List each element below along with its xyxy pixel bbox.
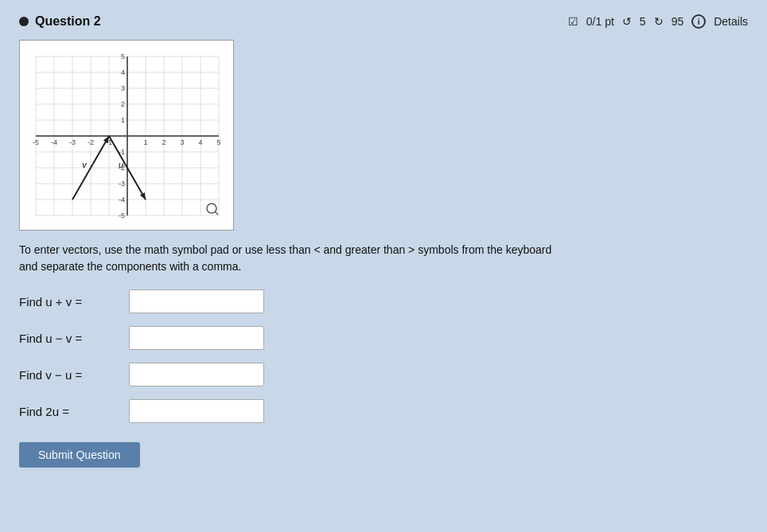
refresh-icon: ↻ — [654, 15, 664, 28]
graph-canvas — [20, 41, 234, 231]
graph-wrapper — [19, 40, 234, 231]
page-container: Question 2 ☑ 0/1 pt ↺ 5 ↻ 95 i Details T… — [0, 0, 767, 532]
field-row-u-minus-v: Find u − v = — [19, 326, 748, 350]
info-icon[interactable]: i — [691, 14, 706, 29]
input-2u[interactable] — [129, 399, 264, 423]
instruction-line2: and separate the components with a comma… — [19, 260, 241, 273]
check-icon: ☑ — [568, 15, 578, 28]
bullet-icon — [19, 17, 29, 26]
question-label: Question 2 — [19, 14, 101, 29]
undo-icon: ↺ — [622, 15, 632, 28]
label-u-minus-v: Find u − v = — [19, 332, 123, 345]
instruction-line1: To enter vectors, use the math symbol pa… — [19, 243, 551, 256]
input-u-minus-v[interactable] — [129, 326, 264, 350]
field-row-v-minus-u: Find v − u = — [19, 363, 748, 386]
label-v-minus-u: Find v − u = — [19, 368, 123, 382]
submit-button[interactable]: Submit Question — [19, 442, 140, 468]
label-2u: Find 2u = — [19, 405, 123, 418]
label-u-plus-v: Find u + v = — [19, 295, 123, 309]
field-row-2u: Find 2u = — [19, 399, 748, 423]
field-row-u-plus-v: Find u + v = — [19, 289, 748, 313]
instructions: To enter vectors, use the math symbol pa… — [19, 242, 576, 275]
header-row: Question 2 ☑ 0/1 pt ↺ 5 ↻ 95 i Details — [19, 14, 748, 29]
details-label[interactable]: Details — [714, 15, 748, 28]
question-title: Question 2 — [35, 14, 101, 29]
submissions-value: 95 — [672, 15, 684, 28]
retries-value: 5 — [640, 15, 646, 28]
input-v-minus-u[interactable] — [129, 363, 264, 386]
score-value: 0/1 pt — [586, 15, 614, 28]
input-u-plus-v[interactable] — [129, 289, 264, 313]
meta-info: ☑ 0/1 pt ↺ 5 ↻ 95 i Details — [568, 14, 748, 29]
